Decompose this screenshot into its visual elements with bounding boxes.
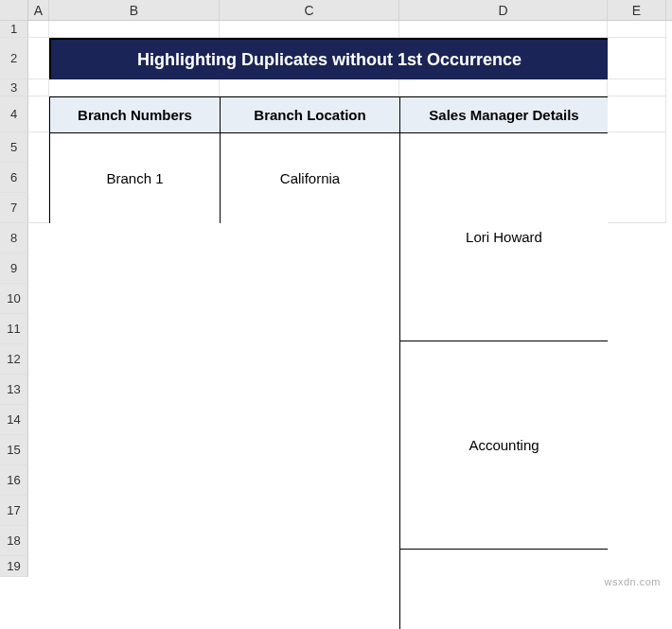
col-header-E[interactable]: E [608, 0, 666, 20]
row-header-9[interactable]: 9 [0, 253, 28, 284]
col-header-C[interactable]: C [220, 0, 399, 20]
cell-D6[interactable]: Accounting [399, 341, 608, 549]
row-header-11[interactable]: 11 [0, 314, 28, 344]
row-header-14[interactable]: 14 [0, 405, 28, 435]
header-branch-location[interactable]: Branch Location [220, 96, 399, 132]
col-header-D[interactable]: D [399, 0, 608, 20]
row-header-19[interactable]: 19 [0, 556, 28, 577]
row-header-3[interactable]: 3 [0, 79, 28, 96]
cell-A4[interactable] [28, 96, 49, 132]
row-header-2[interactable]: 2 [0, 38, 28, 79]
cell-C3[interactable] [220, 79, 399, 96]
cell-B1[interactable] [49, 21, 220, 38]
cell-A5-7[interactable] [28, 132, 49, 223]
cell-C1[interactable] [220, 21, 399, 38]
title-cell[interactable]: Highlighting Duplicates without 1st Occu… [49, 38, 608, 79]
col-header-B[interactable]: B [49, 0, 220, 20]
cell-branch1-number[interactable]: Branch 1 [49, 132, 220, 223]
row-header-16[interactable]: 16 [0, 465, 28, 496]
row-header-8[interactable]: 8 [0, 223, 28, 253]
row-header-7[interactable]: 7 [0, 193, 28, 223]
row-header-17[interactable]: 17 [0, 496, 28, 526]
select-all-corner[interactable] [0, 0, 28, 21]
cell-A3[interactable] [28, 79, 49, 96]
cell-D1[interactable] [399, 21, 608, 38]
row-header-15[interactable]: 15 [0, 435, 28, 465]
cell-branch1-location[interactable]: California [220, 132, 399, 223]
header-branch-numbers[interactable]: Branch Numbers [49, 96, 220, 132]
row-header-18[interactable]: 18 [0, 526, 28, 556]
cell-E5-7[interactable] [608, 132, 666, 223]
row-header-1[interactable]: 1 [0, 21, 28, 38]
row-header-column: 1 2 3 4 5 6 7 8 9 10 11 12 13 14 15 16 1… [0, 21, 28, 577]
watermark: wsxdn.com [604, 576, 661, 587]
cell-E4[interactable] [608, 96, 666, 132]
row-header-13[interactable]: 13 [0, 375, 28, 405]
row-header-4[interactable]: 4 [0, 96, 28, 132]
cell-B3[interactable] [49, 79, 220, 96]
row-header-5[interactable]: 5 [0, 132, 28, 163]
col-header-A[interactable]: A [28, 0, 49, 20]
cell-A1[interactable] [28, 21, 49, 38]
spreadsheet: A B C D E 1 2 3 4 5 6 7 8 9 10 11 12 13 … [0, 0, 672, 629]
cell-D3[interactable] [399, 79, 608, 96]
cell-E2[interactable] [608, 38, 666, 79]
cell-D7[interactable]: Main Office [399, 549, 608, 629]
row-header-10[interactable]: 10 [0, 284, 28, 314]
grid: Highlighting Duplicates without 1st Occu… [28, 21, 672, 629]
header-sales-manager[interactable]: Sales Manager Details [399, 96, 608, 132]
cell-D5[interactable]: Lori Howard [399, 132, 608, 341]
cell-E3[interactable] [608, 79, 666, 96]
column-header-row: A B C D E [0, 0, 672, 21]
row-header-6[interactable]: 6 [0, 163, 28, 193]
cell-E1[interactable] [608, 21, 666, 38]
cell-A2[interactable] [28, 38, 49, 79]
row-header-12[interactable]: 12 [0, 344, 28, 375]
